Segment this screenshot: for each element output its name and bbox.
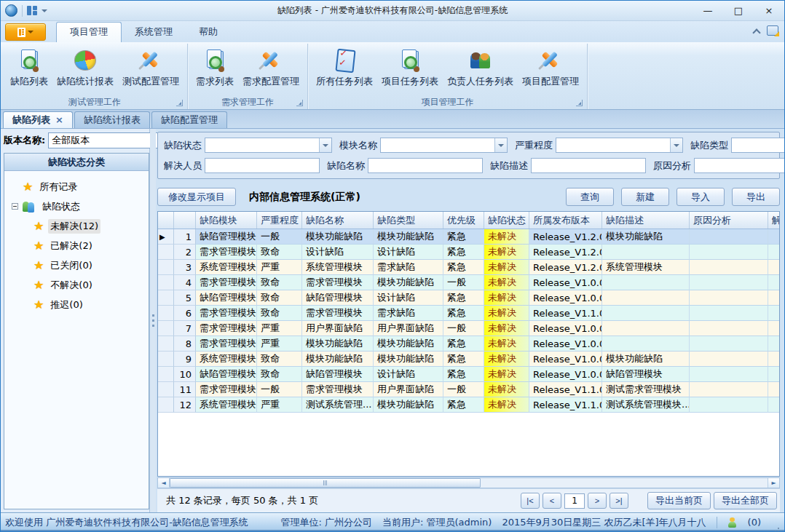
filter-text-input[interactable]	[368, 159, 482, 172]
scrollbar-track[interactable]	[170, 478, 768, 488]
doc-tab-defect-config[interactable]: 缺陷配置管理	[151, 111, 227, 128]
table-row[interactable]: 8 需求管理模块 严重 模块功能缺陷 模块功能缺陷 紧急 未解决 Release…	[158, 336, 779, 352]
application-menu-button[interactable]	[5, 23, 46, 41]
table-row[interactable]: 2 需求管理模块 致命 设计缺陷 设计缺陷 紧急 未解决 Release_V1.…	[158, 245, 779, 260]
export-button[interactable]: 导出	[732, 188, 780, 206]
online-user-icon[interactable]	[727, 517, 738, 528]
cell-type: 设计缺陷	[374, 245, 443, 260]
column-header[interactable]: 缺陷名称	[302, 212, 374, 229]
table-row[interactable]: 4 需求管理模块 致命 需求管理模块 模块功能缺陷 一般 未解决 Release…	[158, 275, 779, 290]
ribbon-button[interactable]: 负责人任务列表	[443, 47, 517, 90]
dialog-launcher-icon[interactable]	[176, 100, 183, 106]
filter-textbox[interactable]	[368, 158, 483, 173]
filter-combo-input[interactable]	[381, 138, 494, 152]
layout-icon[interactable]	[27, 6, 37, 16]
filter-text-input[interactable]	[695, 159, 785, 172]
query-button[interactable]: 查询	[566, 188, 614, 206]
table-row[interactable]: ▶ 1 缺陷管理模块 一般 模块功能缺陷 模块功能缺陷 紧急 未解决 Relea…	[158, 229, 779, 245]
tree-collapse-icon[interactable]	[12, 203, 18, 210]
export-current-page-button[interactable]: 导出当前页	[647, 492, 711, 509]
scroll-left-icon[interactable]: ◄	[158, 478, 170, 488]
ribbon-tab-help[interactable]: 帮助	[186, 23, 231, 42]
ribbon-button[interactable]: 项目配置管理	[518, 47, 583, 90]
column-header[interactable]: 缺陷类型	[374, 212, 443, 229]
ribbon-tab-project[interactable]: 项目管理	[56, 22, 122, 42]
tree-item-status[interactable]: ★ 推迟(0)	[33, 295, 146, 314]
table-row[interactable]: 6 需求管理模块 致命 需求管理模块 需求缺陷 紧急 未解决 Release_V…	[158, 306, 779, 321]
ribbon-button[interactable]: 缺陷统计报表	[53, 47, 117, 90]
table-row[interactable]: 10 缺陷管理模块 致命 缺陷管理模块 设计缺陷 紧急 未解决 Release_…	[158, 367, 779, 382]
ribbon-button[interactable]: 缺陷列表	[7, 47, 52, 90]
filter-combo-field: 缺陷类型	[690, 138, 785, 153]
ribbon-button[interactable]: 需求列表	[192, 47, 237, 90]
filter-combo-input[interactable]	[556, 138, 670, 152]
maximize-button[interactable]: □	[723, 1, 754, 20]
table-row[interactable]: 7 需求管理模块 严重 用户界面缺陷 用户界面缺陷 一般 未解决 Release…	[158, 321, 779, 336]
cell-priority: 一般	[443, 382, 484, 397]
page-number-input[interactable]	[564, 493, 585, 509]
combo-dropdown-icon[interactable]	[670, 138, 682, 152]
import-button[interactable]: 导入	[676, 188, 725, 206]
doc-tab-defect-list[interactable]: 缺陷列表 ×	[3, 111, 73, 128]
column-header[interactable]: 原因分析	[690, 212, 768, 229]
column-header[interactable]: 所属发布版本	[529, 212, 602, 229]
horizontal-scrollbar[interactable]: ◄ ►	[157, 477, 780, 488]
app-globe-icon[interactable]	[5, 4, 17, 17]
chevron-down-icon[interactable]	[42, 9, 47, 12]
ribbon-button[interactable]: 测试配置管理	[119, 47, 183, 90]
panel-splitter[interactable]	[150, 129, 156, 512]
filter-combobox[interactable]	[731, 138, 785, 153]
resize-grip-icon[interactable]	[771, 523, 780, 531]
filter-textbox[interactable]	[694, 158, 785, 173]
close-tab-icon[interactable]: ×	[55, 116, 63, 124]
prev-page-button[interactable]: <	[543, 493, 561, 509]
minimize-button[interactable]: —	[693, 1, 723, 20]
tree-item-status[interactable]: ★ 不解决(0)	[33, 275, 146, 295]
ribbon-tab-system[interactable]: 系统管理	[122, 23, 186, 42]
column-header[interactable]: 优先级	[443, 212, 484, 229]
column-header[interactable]: 缺陷描述	[602, 212, 690, 229]
collapse-ribbon-icon[interactable]	[753, 28, 760, 34]
filter-text-input[interactable]	[205, 159, 319, 172]
ribbon-button[interactable]: 需求配置管理	[239, 47, 303, 90]
ribbon-button[interactable]: 所有任务列表	[312, 47, 376, 90]
tree-item-status[interactable]: ★ 已关闭(0)	[33, 255, 146, 275]
ribbon-button[interactable]: 项目任务列表	[378, 47, 442, 90]
tree-item-status[interactable]: ★ 未解决(12)	[33, 216, 146, 236]
combo-dropdown-icon[interactable]	[319, 138, 331, 152]
dialog-launcher-icon[interactable]	[576, 100, 583, 106]
tree-item-defect-status[interactable]: 缺陷状态	[12, 196, 146, 216]
ribbon-help-icon[interactable]	[767, 25, 778, 36]
column-header[interactable]: 解决方法	[768, 212, 779, 229]
filter-combo-input[interactable]	[205, 138, 319, 152]
column-header[interactable]: 缺陷状态	[484, 212, 529, 229]
first-page-button[interactable]: |<	[521, 493, 540, 509]
scrollbar-thumb[interactable]	[170, 478, 481, 488]
table-row[interactable]: 9 系统管理模块 致命 模块功能缺陷 模块功能缺陷 紧急 未解决 Release…	[158, 352, 779, 367]
combo-dropdown-icon[interactable]	[494, 138, 507, 152]
next-page-button[interactable]: >	[588, 493, 607, 509]
tree-item-all-records[interactable]: ★ 所有记录	[12, 177, 146, 196]
filter-combo-input[interactable]	[732, 138, 785, 152]
filter-combobox[interactable]	[205, 138, 332, 153]
last-page-button[interactable]: >|	[610, 493, 628, 509]
column-header[interactable]: 缺陷模块	[196, 212, 257, 229]
close-button[interactable]: ×	[754, 1, 784, 20]
table-row[interactable]: 3 系统管理模块 严重 系统管理模块 需求缺陷 紧急 未解决 Release_V…	[158, 260, 779, 275]
export-all-pages-button[interactable]: 导出全部页	[714, 492, 777, 509]
filter-textbox[interactable]	[531, 158, 646, 173]
scroll-right-icon[interactable]: ►	[768, 478, 779, 488]
table-row[interactable]: 5 缺陷管理模块 致命 缺陷管理模块 设计缺陷 紧急 未解决 Release_V…	[158, 290, 779, 306]
doc-tab-defect-report[interactable]: 缺陷统计报表	[74, 111, 150, 128]
filter-combobox[interactable]	[380, 138, 508, 153]
dialog-launcher-icon[interactable]	[296, 100, 303, 106]
tree-item-status[interactable]: ★ 已解决(2)	[33, 236, 146, 255]
column-header[interactable]: 严重程度	[257, 212, 302, 229]
table-row[interactable]: 12 系统管理模块 严重 测试系统管理... 模块功能缺陷 紧急 未解决 Rel…	[158, 397, 779, 413]
filter-combobox[interactable]	[556, 138, 683, 153]
new-button[interactable]: 新建	[621, 188, 669, 206]
table-row[interactable]: 11 需求管理模块 一般 需求管理模块 用户界面缺陷 一般 未解决 Releas…	[158, 382, 779, 397]
modify-columns-button[interactable]: 修改显示项目	[157, 188, 236, 206]
filter-text-input[interactable]	[532, 159, 645, 172]
filter-textbox[interactable]	[205, 158, 320, 173]
